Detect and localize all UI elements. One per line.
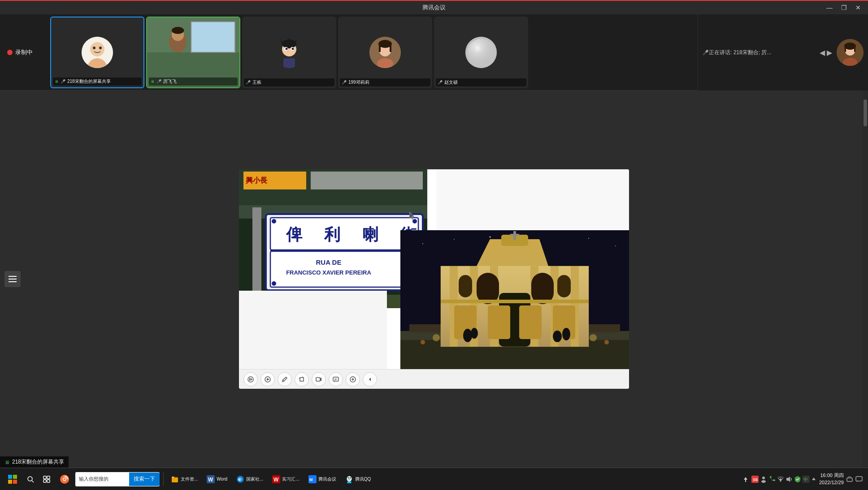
- play-button[interactable]: [260, 372, 275, 387]
- participant-tile-218[interactable]: 🖥 🎤 218宋翻合的屏幕共享: [50, 17, 144, 88]
- tray-icon-1[interactable]: S5: [751, 476, 759, 483]
- street-scene-background: 興小長 俾 利 喇 街: [239, 169, 427, 308]
- presentation-container: 興小長 俾 利 喇 街: [239, 169, 629, 389]
- svg-rect-7: [191, 21, 235, 52]
- qq-button[interactable]: 腾讯QQ: [342, 470, 375, 488]
- svg-rect-129: [13, 475, 17, 479]
- network-icon[interactable]: [777, 476, 784, 483]
- recording-dot: [7, 50, 13, 55]
- music-app-button[interactable]: [56, 470, 74, 488]
- participant-tile-199deng[interactable]: 🎤 199邓莉莉: [338, 17, 432, 88]
- svg-point-107: [421, 340, 425, 344]
- prev-slide-button[interactable]: [243, 372, 258, 387]
- svg-point-3: [93, 47, 95, 49]
- svg-marker-165: [786, 477, 790, 482]
- svg-point-11: [172, 27, 184, 34]
- svg-text:W: W: [208, 477, 213, 483]
- svg-point-154: [347, 476, 352, 481]
- svg-text:興小長: 興小長: [246, 176, 268, 184]
- internship-app-button[interactable]: W 实习汇...: [269, 470, 303, 488]
- sidebar-toggle-button[interactable]: [4, 271, 21, 287]
- cathedral-background: [400, 230, 629, 369]
- minimize-button[interactable]: —: [824, 2, 835, 13]
- search-input-container[interactable]: 输入你想搜的: [75, 476, 129, 482]
- participant-tile-lvfeifei[interactable]: 🖥 🎤 厉飞飞: [146, 17, 240, 88]
- tray-message-icon[interactable]: [855, 476, 863, 483]
- svg-rect-134: [43, 476, 46, 479]
- close-button[interactable]: ✕: [853, 2, 864, 13]
- svg-rect-95: [441, 300, 589, 303]
- svg-rect-115: [300, 378, 304, 381]
- svg-text:e: e: [238, 477, 241, 482]
- svg-text:中: 中: [803, 477, 808, 482]
- svg-marker-127: [369, 378, 371, 381]
- svg-point-1: [90, 42, 104, 56]
- avatar-wangzhu: [273, 37, 305, 68]
- browser-button[interactable]: e 国家社...: [233, 470, 267, 488]
- svg-rect-41: [9, 281, 17, 282]
- video-button[interactable]: [312, 372, 326, 387]
- speaking-status-text: 正在讲话: 218宋翻合; 厉...: [709, 49, 818, 56]
- participant-label-wangzhu: 🎤 王栋: [244, 78, 334, 86]
- participants-bar: 录制中 🖥 🎤 218宋翻合的: [0, 14, 868, 90]
- svg-point-164: [780, 480, 781, 481]
- svg-point-20: [286, 48, 288, 50]
- participant-label-218: 🖥 🎤 218宋翻合的屏幕共享: [53, 77, 142, 86]
- svg-point-157: [348, 479, 350, 480]
- svg-point-21: [292, 48, 294, 50]
- svg-point-101: [463, 329, 472, 342]
- more-button[interactable]: [346, 372, 360, 387]
- draw-button[interactable]: [278, 372, 292, 387]
- video-feed-lvfeifei: [147, 17, 239, 87]
- svg-point-132: [28, 477, 32, 481]
- svg-marker-121: [334, 381, 335, 382]
- avatar-199deng: [369, 37, 401, 68]
- status-bar-text: 218宋翻合的屏幕共享: [12, 458, 64, 466]
- crop-button[interactable]: [295, 372, 309, 387]
- tray-icon-person[interactable]: [760, 476, 767, 483]
- tray-expand-icon[interactable]: [811, 476, 816, 483]
- search-taskbar-button[interactable]: [23, 470, 38, 488]
- security-icon[interactable]: [794, 476, 801, 483]
- main-content: 興小長 俾 利 喇 街: [0, 90, 868, 468]
- svg-rect-130: [8, 480, 12, 484]
- svg-text:S5: S5: [753, 477, 758, 482]
- word-label: Word: [217, 477, 227, 481]
- task-view-button[interactable]: [39, 470, 54, 488]
- tencent-meeting-button[interactable]: M 腾讯会议: [305, 470, 340, 488]
- system-tray: S5: [742, 472, 864, 486]
- slide-toolbar: [239, 369, 629, 389]
- ime-icon[interactable]: 中: [803, 476, 810, 483]
- svg-rect-22: [283, 58, 295, 68]
- main-scrollbar[interactable]: [863, 90, 868, 468]
- file-manager-button[interactable]: 文件资...: [167, 470, 201, 488]
- tray-icon-phone[interactable]: [768, 476, 776, 483]
- participant-tile-wangzhu[interactable]: 🎤 王栋: [242, 17, 336, 88]
- chat-button[interactable]: [329, 372, 343, 387]
- start-button[interactable]: [4, 470, 22, 488]
- svg-rect-26: [379, 44, 381, 52]
- participant-tile-zhao[interactable]: 🎤 赵文硕: [434, 17, 528, 88]
- scrollbar-thumb[interactable]: [864, 99, 867, 126]
- notification-icon[interactable]: [846, 476, 853, 482]
- clock-time: 16:00 周四: [819, 472, 844, 479]
- photo-left-street: 興小長 俾 利 喇 街: [239, 169, 427, 308]
- volume-icon[interactable]: [786, 476, 793, 483]
- participant-name-zhao: 赵文硕: [444, 79, 458, 86]
- cursor-indicator: [409, 212, 415, 220]
- taskbar-search-area: 输入你想搜的 搜索一下: [75, 472, 160, 486]
- svg-point-108: [604, 340, 609, 344]
- svg-text:RUA DE: RUA DE: [316, 258, 342, 266]
- svg-rect-170: [856, 477, 862, 481]
- recording-badge: 录制中: [7, 48, 33, 56]
- restore-button[interactable]: ❐: [838, 2, 849, 13]
- search-execute-button[interactable]: 搜索一下: [129, 473, 160, 486]
- svg-point-156: [349, 477, 351, 478]
- recording-label: 录制中: [15, 48, 33, 56]
- svg-marker-109: [409, 212, 415, 220]
- svg-text:W: W: [273, 477, 279, 483]
- back-button[interactable]: [363, 372, 377, 387]
- title-bar: 腾讯会议 — ❐ ✕: [0, 0, 868, 14]
- svg-text:M: M: [309, 477, 313, 482]
- word-button[interactable]: W Word: [203, 470, 231, 488]
